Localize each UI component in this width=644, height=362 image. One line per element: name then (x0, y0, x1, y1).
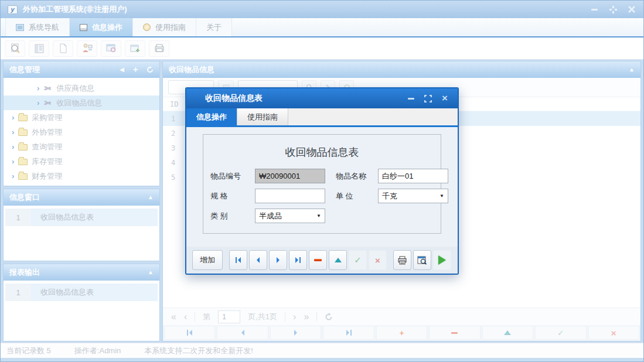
category-label: 类 别 (210, 211, 255, 221)
spec-label: 规 格 (210, 191, 255, 202)
first-record-button[interactable] (164, 326, 215, 340)
tree-item-finance-mgmt[interactable]: › 财务管理 (4, 169, 159, 183)
minimize-button[interactable] (590, 5, 599, 13)
window-title: 外协加工管理系统(非注册用户) (23, 4, 127, 15)
dialog-last-record-button[interactable] (289, 250, 307, 270)
grid-icon (80, 24, 87, 31)
dialog-execute-button[interactable] (433, 250, 451, 270)
page-suffix-label: 页,共1页 (248, 312, 277, 322)
item-name-field[interactable] (378, 169, 448, 183)
printer-icon (154, 44, 165, 53)
user-report-button[interactable] (77, 40, 97, 57)
dialog-edit-button[interactable] (329, 250, 347, 270)
add-button[interactable]: 增加 (192, 250, 223, 270)
prev-record-button[interactable] (217, 326, 268, 340)
document-icon (59, 43, 68, 53)
window-add-button[interactable] (125, 40, 145, 57)
maximize-icon (424, 95, 432, 103)
page-number-input[interactable] (218, 310, 240, 323)
tools-icon (43, 100, 52, 107)
collapse-left-icon[interactable]: ◀ (120, 67, 124, 73)
sidebar: 信息管理 ◀ ＋ › (3, 61, 160, 341)
restore-button[interactable] (608, 5, 618, 13)
unit-combobox[interactable]: ▼ (378, 189, 448, 203)
dialog-minimize-button[interactable] (406, 94, 415, 103)
new-document-button[interactable] (53, 40, 73, 57)
tree-label: 财务管理 (32, 171, 62, 182)
tree-item-query-mgmt[interactable]: › 查询管理 (4, 139, 159, 154)
dialog-close-button[interactable]: × (440, 94, 449, 103)
folder-icon (18, 115, 28, 121)
dialog-prev-record-button[interactable] (249, 250, 267, 270)
form-icon (33, 44, 45, 53)
tree-item-supplier-info[interactable]: › 供应商信息 (4, 81, 159, 95)
report-list-item[interactable]: 1 收回物品信息表 (5, 284, 158, 301)
dialog-delete-button[interactable] (309, 250, 327, 270)
last-record-button[interactable] (323, 326, 374, 340)
collapse-up-icon[interactable]: ▲ (148, 194, 154, 200)
list-index: 1 (5, 284, 31, 301)
first-record-icon (187, 330, 188, 336)
tree-label: 供应商信息 (56, 83, 94, 94)
last-record-icon (350, 330, 352, 336)
report-list: 1 收回物品信息表 (4, 281, 159, 341)
form-view-button[interactable] (29, 40, 49, 57)
dialog-print-button[interactable] (393, 250, 411, 270)
cancel-icon: × (375, 255, 380, 265)
edit-record-button[interactable] (482, 326, 533, 340)
refresh-page-button[interactable] (325, 313, 333, 321)
edit-record-icon (504, 330, 511, 335)
last-page-button[interactable]: » (304, 312, 309, 322)
tree-item-purchase-mgmt[interactable]: › 采购管理 (4, 110, 159, 125)
window-preview-button[interactable] (101, 40, 121, 57)
output-device-button[interactable] (149, 40, 169, 57)
run-icon (438, 255, 446, 265)
search-record-button[interactable] (5, 40, 25, 57)
info-tree: › 供应商信息 › 收回物品信息 (4, 78, 159, 186)
add-icon[interactable]: ＋ (131, 65, 139, 73)
printer-icon (397, 256, 407, 265)
tree-item-inventory-mgmt[interactable]: › 库存管理 (4, 154, 159, 169)
unit-value[interactable] (378, 189, 448, 203)
post-record-button[interactable]: ✓ (535, 326, 586, 340)
dialog-preview-button[interactable] (413, 250, 431, 270)
folder-icon (18, 173, 28, 180)
category-value[interactable] (255, 209, 325, 223)
first-page-button[interactable]: « (171, 312, 176, 322)
prev-page-button[interactable]: ‹ (184, 312, 187, 322)
tree-label: 收回物品信息 (56, 98, 102, 108)
dialog-next-record-button[interactable] (269, 250, 287, 270)
system-nav-icon (16, 24, 24, 31)
window-list-item[interactable]: 1 收回物品信息表 (5, 209, 158, 226)
add-record-button[interactable]: + (376, 326, 427, 340)
tab-system-nav[interactable]: 系统导航 (5, 18, 70, 36)
dialog-cancel-button[interactable]: × (369, 250, 387, 270)
next-record-button[interactable] (270, 326, 321, 340)
tab-about[interactable]: 关于 (196, 18, 232, 36)
spec-field[interactable] (255, 189, 325, 203)
record-count-status: 当前记录数 5 (6, 346, 51, 356)
tab-user-guide[interactable]: 使用指南 (133, 18, 196, 36)
dialog-post-button[interactable]: ✓ (349, 250, 367, 270)
column-header-id: ID (170, 100, 178, 108)
dialog-tab-user-guide[interactable]: 使用指南 (237, 108, 288, 125)
page-prefix-label: 第 (203, 312, 210, 322)
refresh-icon[interactable] (146, 66, 154, 73)
category-combobox[interactable]: ▼ (255, 209, 325, 223)
tree-item-recovered-items[interactable]: › 收回物品信息 (4, 95, 159, 110)
window-search-icon (105, 44, 117, 53)
collapse-up-icon[interactable]: ▲ (148, 269, 154, 275)
collapse-up-icon[interactable]: ▲ (629, 67, 635, 73)
tab-info-operation[interactable]: 信息操作 (70, 18, 133, 36)
close-button[interactable] (627, 5, 636, 13)
tree-item-outsourcing-mgmt[interactable]: › 外协管理 (4, 125, 159, 139)
delete-record-button[interactable] (429, 326, 480, 340)
list-label: 收回物品信息表 (40, 287, 94, 298)
dialog-maximize-button[interactable] (423, 94, 432, 103)
cancel-record-button[interactable]: × (588, 326, 639, 340)
item-code-field[interactable] (255, 169, 325, 183)
dialog-tab-info-operation[interactable]: 信息操作 (186, 108, 237, 125)
next-page-button[interactable]: › (293, 312, 296, 322)
app-logo-icon: y (8, 5, 18, 14)
dialog-first-record-button[interactable] (229, 250, 247, 270)
